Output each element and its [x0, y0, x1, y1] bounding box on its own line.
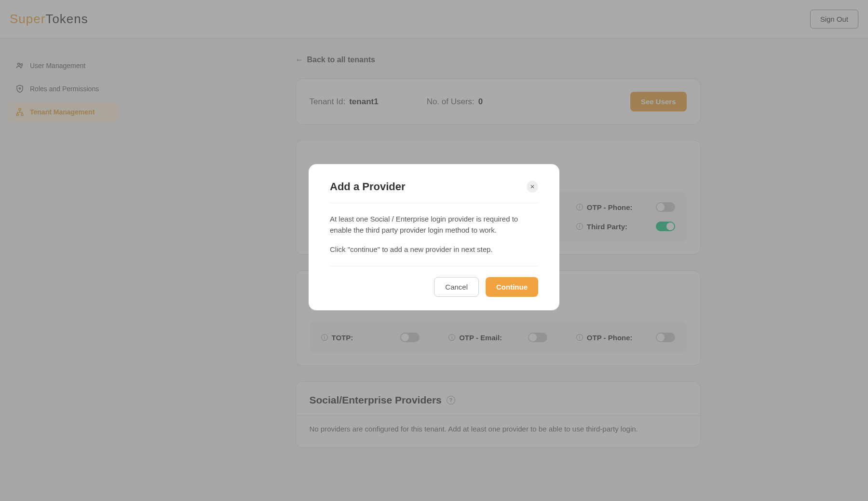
- modal-body: At least one Social / Enterprise login p…: [330, 203, 538, 266]
- continue-button[interactable]: Continue: [486, 277, 538, 297]
- add-provider-modal: Add a Provider ✕ At least one Social / E…: [309, 164, 559, 310]
- modal-overlay[interactable]: Add a Provider ✕ At least one Social / E…: [0, 0, 868, 480]
- modal-title: Add a Provider: [330, 181, 405, 193]
- modal-header: Add a Provider ✕: [330, 181, 538, 203]
- cancel-button[interactable]: Cancel: [434, 277, 479, 297]
- modal-text-2: Click "continue" to add a new provider i…: [330, 244, 538, 255]
- close-icon[interactable]: ✕: [527, 181, 538, 193]
- modal-text-1: At least one Social / Enterprise login p…: [330, 214, 538, 236]
- modal-footer: Cancel Continue: [330, 266, 538, 297]
